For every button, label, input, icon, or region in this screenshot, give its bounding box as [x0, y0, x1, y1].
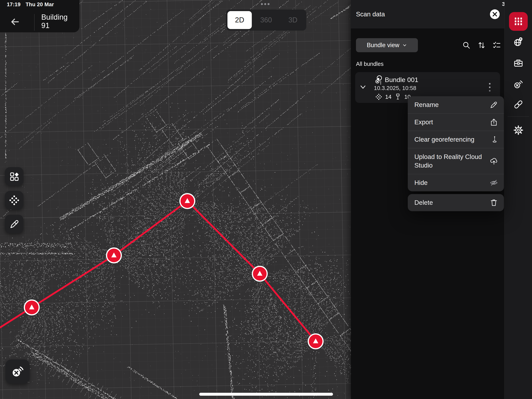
scan-count: 14: [385, 94, 391, 100]
search-icon[interactable]: [462, 41, 471, 50]
view-mode-toggle: 2D 2D 360 3D: [226, 10, 306, 31]
cloud-upload-icon: [489, 157, 498, 165]
scalpel-icon: [9, 219, 20, 230]
app-toolbar: [504, 0, 532, 399]
scan-position-marker[interactable]: [308, 333, 324, 349]
menu-item-export[interactable]: Export: [408, 113, 504, 131]
bundle-timestamp: 10.3.2025, 10:58: [374, 85, 416, 91]
pencil-icon: [489, 101, 498, 109]
status-date: Thu 20 Mar: [26, 1, 54, 8]
chevron-down-icon: [402, 43, 407, 48]
bundle-name: Bundle 001: [385, 76, 418, 84]
ellipsis-handle-icon: [264, 3, 266, 5]
point-cloud-icon: [375, 93, 382, 101]
scan-position-marker[interactable]: [106, 247, 122, 264]
bundle-counts: 14 10: [375, 93, 411, 101]
scan-position-marker[interactable]: [24, 299, 40, 315]
divider: [508, 116, 529, 117]
measure-tool-button[interactable]: [5, 215, 23, 233]
menu-item-hide[interactable]: Hide: [408, 174, 504, 191]
close-panel-button[interactable]: [490, 9, 500, 19]
globe-location-icon[interactable]: [513, 37, 524, 48]
point-cloud-icon: [9, 195, 20, 206]
tab-2d-selected[interactable]: 2D: [228, 11, 252, 29]
menu-item-clear-georeferencing[interactable]: Clear georeferencing: [408, 131, 504, 148]
ellipsis-handle-icon: [267, 3, 270, 5]
tab-3d[interactable]: 3D: [279, 16, 306, 24]
trash-icon: [489, 198, 498, 207]
eye-off-icon: [489, 179, 498, 187]
toolbox-icon[interactable]: [513, 58, 524, 69]
disclosure-chevron-icon[interactable]: [360, 84, 367, 90]
top-navigation-card: 17:19 Thu 20 Mar Building 91: [0, 0, 79, 32]
bundle-view-selector[interactable]: Bundle view: [356, 38, 418, 52]
scanner-disconnected-icon[interactable]: [513, 79, 524, 90]
apps-grid-icon: [513, 16, 524, 27]
menu-item-upload-reality-cloud[interactable]: Upload to Reality Cloud Studio: [408, 148, 504, 174]
pin-icon: [394, 93, 402, 101]
panel-header: Scan data: [351, 0, 504, 28]
arrow-left-icon: [9, 16, 20, 27]
section-label: All bundles: [356, 61, 384, 67]
scanner-disconnected-icon: [11, 365, 24, 378]
link-icon[interactable]: [513, 99, 524, 110]
bundle-view-label: Bundle view: [367, 42, 399, 49]
shapes-tool-button[interactable]: [5, 167, 23, 186]
panel-title: Scan data: [356, 0, 385, 28]
menu-item-rename[interactable]: Rename: [408, 96, 504, 113]
tab-360[interactable]: 360: [253, 16, 280, 24]
shapes-icon: [9, 171, 20, 182]
multitask-handle[interactable]: [261, 3, 270, 5]
status-time: 17:19: [7, 1, 21, 8]
scan-position-marker[interactable]: [179, 193, 195, 209]
ellipsis-vertical-icon[interactable]: [488, 82, 491, 94]
back-button[interactable]: [9, 16, 20, 27]
scan-data-apps-button[interactable]: [509, 12, 528, 31]
georeference-icon: [489, 135, 498, 144]
home-indicator[interactable]: [199, 393, 333, 396]
close-icon: [490, 9, 500, 19]
status-bar: 17:19 Thu 20 Mar: [7, 1, 54, 8]
bundle-icon: [375, 75, 385, 85]
checklist-icon[interactable]: [492, 41, 501, 50]
page-title: Building 91: [41, 12, 77, 31]
bundle-context-menu: Rename Export Clear georeferencing: [408, 96, 504, 211]
scan-position-marker[interactable]: [252, 266, 268, 282]
sort-icon[interactable]: [477, 41, 486, 50]
export-icon: [489, 118, 498, 126]
settings-gear-icon[interactable]: [513, 125, 524, 135]
scanner-connection-button[interactable]: [6, 360, 30, 384]
ellipsis-handle-icon: [261, 3, 263, 5]
menu-item-delete[interactable]: Delete: [408, 194, 504, 211]
menu-group-separator: [408, 191, 504, 194]
point-cloud-tool-button[interactable]: [5, 191, 23, 209]
